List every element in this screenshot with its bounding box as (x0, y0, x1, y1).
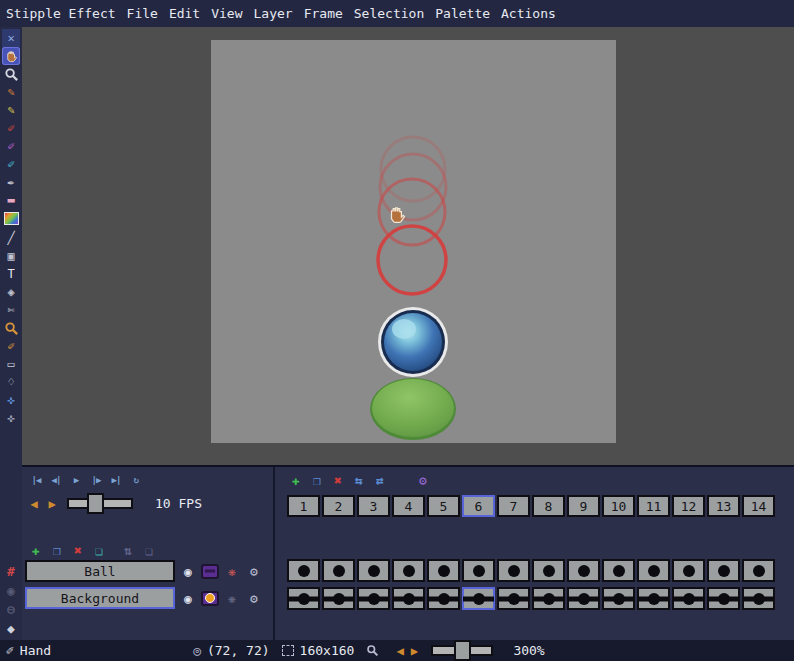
frame-button-7[interactable]: 7 (497, 495, 530, 517)
move-canvas-tool[interactable]: ✜ (2, 391, 20, 409)
cel-background-frame-10[interactable] (602, 587, 635, 610)
fps-decrease-button[interactable]: ◀ (27, 497, 41, 511)
zoom-slider-knob[interactable] (454, 640, 471, 661)
cel-background-frame-3[interactable] (357, 587, 390, 610)
cel-background-frame-2[interactable] (322, 587, 355, 610)
layer-background-onion-skin-icon[interactable]: ❋ (223, 589, 241, 607)
canvas-workspace[interactable] (22, 27, 794, 465)
frame-button-6[interactable]: 6 (462, 495, 495, 517)
stipple-pencil-tool[interactable]: ✎ (2, 83, 20, 101)
script-brush-tool[interactable]: ✒ (2, 173, 20, 191)
layer-background-link-cels-icon[interactable] (201, 589, 219, 607)
cel-background-frame-7[interactable] (497, 587, 530, 610)
cel-ball-frame-10[interactable] (602, 559, 635, 582)
layer-background-button[interactable]: Background (25, 587, 175, 609)
lasso-select-tool[interactable]: ♢ (2, 373, 20, 391)
line-tool[interactable]: ╱ (2, 229, 20, 247)
cel-background-frame-8[interactable] (532, 587, 565, 610)
hand-tool[interactable] (2, 47, 20, 65)
frame-button-4[interactable]: 4 (392, 495, 425, 517)
cel-ball-frame-2[interactable] (322, 559, 355, 582)
frame-button-13[interactable]: 13 (707, 495, 740, 517)
pixel-canvas[interactable] (211, 40, 616, 443)
cel-ball-frame-11[interactable] (637, 559, 670, 582)
menu-item-stipple-effect[interactable]: Stipple Effect (6, 6, 116, 21)
layer-background-settings-icon[interactable]: ⚙ (245, 589, 263, 607)
cel-ball-frame-12[interactable] (672, 559, 705, 582)
cel-ball-frame-1[interactable] (287, 559, 320, 582)
menu-item-palette[interactable]: Palette (435, 6, 490, 21)
cel-background-frame-4[interactable] (392, 587, 425, 610)
fit-canvas-tool[interactable]: ✕ (2, 29, 20, 47)
text-tool[interactable]: T (2, 265, 20, 283)
cel-ball-frame-14[interactable] (742, 559, 775, 582)
color-brush-tool[interactable]: ✐ (2, 137, 20, 155)
cel-ball-frame-5[interactable] (427, 559, 460, 582)
frame-button-8[interactable]: 8 (532, 495, 565, 517)
fps-slider-knob[interactable] (87, 493, 104, 514)
menu-item-edit[interactable]: Edit (169, 6, 200, 21)
menu-item-file[interactable]: File (127, 6, 158, 21)
flatten-layer-button[interactable]: ❏ (140, 541, 158, 559)
fps-increase-button[interactable]: ▶ (45, 497, 59, 511)
color-picker-tool[interactable] (2, 319, 20, 337)
cel-background-frame-14[interactable] (742, 587, 775, 610)
prev-frame-button[interactable]: ◀| (47, 471, 65, 489)
cel-background-frame-11[interactable] (637, 587, 670, 610)
layer-ball-visibility-icon[interactable]: ◉ (179, 562, 197, 580)
fill-tool[interactable]: ◈ (2, 283, 20, 301)
move-frame-left-button[interactable]: ⇆ (350, 471, 368, 489)
frame-button-9[interactable]: 9 (567, 495, 600, 517)
loop-toggle-button[interactable]: ↻ (127, 471, 145, 489)
rainbow-brush-tool[interactable]: ✐ (2, 155, 20, 173)
cel-background-frame-12[interactable] (672, 587, 705, 610)
cel-background-frame-6[interactable] (462, 587, 495, 610)
cel-ball-frame-3[interactable] (357, 559, 390, 582)
pencil-tool[interactable]: ✎ (2, 101, 20, 119)
pixel-grid-icon[interactable]: # (2, 563, 20, 579)
zoom-tool[interactable] (2, 65, 20, 83)
cel-ball-frame-7[interactable] (497, 559, 530, 582)
marquee-select-tool[interactable]: ▭ (2, 355, 20, 373)
fps-slider[interactable] (67, 498, 133, 509)
cel-ball-frame-8[interactable] (532, 559, 565, 582)
next-frame-button[interactable]: |▶ (87, 471, 105, 489)
detail-brush-tool[interactable]: ✐ (2, 337, 20, 355)
move-layer-button[interactable]: ⇅ (119, 541, 137, 559)
cel-background-frame-9[interactable] (567, 587, 600, 610)
zoom-slider[interactable] (431, 645, 493, 656)
frame-button-14[interactable]: 14 (742, 495, 775, 517)
palette-picker-tool[interactable] (4, 212, 19, 225)
cel-ball-frame-6[interactable] (462, 559, 495, 582)
cel-background-frame-5[interactable] (427, 587, 460, 610)
move-frame-right-button[interactable]: ⇄ (371, 471, 389, 489)
cel-ball-frame-4[interactable] (392, 559, 425, 582)
frame-button-5[interactable]: 5 (427, 495, 460, 517)
cel-background-frame-1[interactable] (287, 587, 320, 610)
menu-item-selection[interactable]: Selection (354, 6, 424, 21)
frame-button-2[interactable]: 2 (322, 495, 355, 517)
shape-tool[interactable]: ▣ (2, 247, 20, 265)
zoom-in-button[interactable]: ▶ (407, 644, 421, 658)
menu-item-view[interactable]: View (211, 6, 242, 21)
layer-ball-button[interactable]: Ball (25, 560, 175, 582)
cel-ball-frame-9[interactable] (567, 559, 600, 582)
guide-eye-icon[interactable]: ◉ (2, 582, 20, 598)
frame-settings-button[interactable]: ⚙ (414, 471, 432, 489)
menu-item-layer[interactable]: Layer (254, 6, 293, 21)
frame-button-1[interactable]: 1 (287, 495, 320, 517)
delete-frame-button[interactable]: ✖ (329, 471, 347, 489)
layer-ball-onion-skin-icon[interactable]: ❋ (223, 562, 241, 580)
first-frame-button[interactable]: |◀ (27, 471, 45, 489)
eraser-tool[interactable]: ▬ (2, 191, 20, 209)
brush-tool[interactable]: ✐ (2, 119, 20, 137)
pan-tool[interactable]: ✜ (2, 409, 20, 427)
duplicate-layer-button[interactable]: ❐ (48, 541, 66, 559)
menu-item-actions[interactable]: Actions (501, 6, 556, 21)
menu-item-frame[interactable]: Frame (304, 6, 343, 21)
frame-button-11[interactable]: 11 (637, 495, 670, 517)
gem-icon[interactable]: ◆ (2, 620, 20, 636)
play-button[interactable]: ▶ (67, 471, 85, 489)
merge-layer-button[interactable]: ❏ (90, 541, 108, 559)
zoom-out-button[interactable]: ◀ (393, 644, 407, 658)
